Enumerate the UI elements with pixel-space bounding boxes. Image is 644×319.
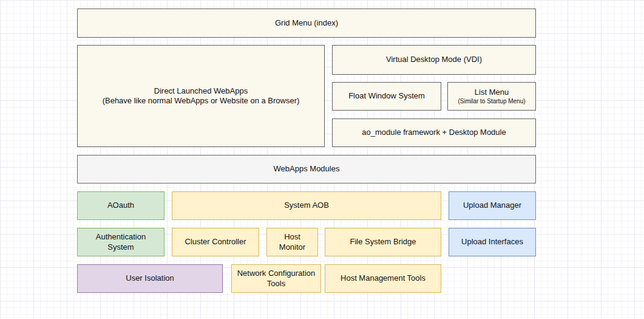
box-system-aob: System AOB: [172, 191, 441, 220]
box-list-menu-sublabel: (Similar to Startup Menu): [458, 98, 525, 106]
box-upload-interfaces-label: Upload Interfaces: [461, 237, 523, 247]
box-network-configuration-tools-label: Network Configuration Tools: [237, 269, 316, 289]
box-float-window-system: Float Window System: [332, 82, 441, 111]
box-cluster-controller: Cluster Controller: [172, 228, 259, 256]
box-upload-manager-label: Upload Manager: [463, 201, 521, 210]
box-webapps-modules-label: WebApps Modules: [274, 164, 340, 174]
box-list-menu-label: List Menu: [475, 87, 509, 97]
box-direct-launched-webapps-sublabel: (Behave like normal WebApps or Website o…: [103, 96, 300, 106]
box-host-monitor: Host Monitor: [266, 228, 318, 256]
box-user-isolation: User Isolation: [77, 264, 223, 293]
box-grid-menu-label: Grid Menu (index): [275, 18, 338, 28]
box-virtual-desktop-mode: Virtual Desktop Mode (VDI): [332, 45, 536, 75]
box-upload-interfaces: Upload Interfaces: [449, 228, 536, 256]
box-host-monitor-label: Host Monitor: [272, 232, 313, 252]
box-aoauth: AOauth: [77, 191, 164, 220]
box-host-management-tools: Host Management Tools: [325, 264, 441, 293]
box-ao-module-framework: ao_module framework + Desktop Module: [332, 118, 536, 147]
box-ao-module-framework-label: ao_module framework + Desktop Module: [362, 128, 506, 137]
box-direct-launched-webapps-label: Direct Launched WebApps: [154, 86, 248, 96]
box-list-menu: List Menu (Similar to Startup Menu): [447, 82, 536, 111]
diagram-canvas: Grid Menu (index) Direct Launched WebApp…: [0, 0, 644, 319]
box-system-aob-label: System AOB: [284, 201, 329, 210]
box-authentication-system: Authentication System: [77, 228, 164, 256]
box-direct-launched-webapps: Direct Launched WebApps (Behave like nor…: [77, 45, 325, 147]
box-user-isolation-label: User Isolation: [126, 273, 174, 283]
box-host-management-tools-label: Host Management Tools: [341, 273, 425, 283]
box-cluster-controller-label: Cluster Controller: [185, 237, 246, 247]
box-file-system-bridge: File System Bridge: [325, 228, 441, 256]
box-authentication-system-label: Authentication System: [83, 232, 159, 252]
box-virtual-desktop-mode-label: Virtual Desktop Mode (VDI): [386, 55, 482, 64]
box-upload-manager: Upload Manager: [449, 191, 536, 220]
box-file-system-bridge-label: File System Bridge: [350, 237, 416, 247]
box-float-window-system-label: Float Window System: [348, 91, 425, 101]
box-aoauth-label: AOauth: [107, 201, 134, 210]
box-webapps-modules: WebApps Modules: [77, 155, 536, 184]
box-grid-menu: Grid Menu (index): [77, 9, 536, 38]
box-network-configuration-tools: Network Configuration Tools: [231, 264, 321, 293]
